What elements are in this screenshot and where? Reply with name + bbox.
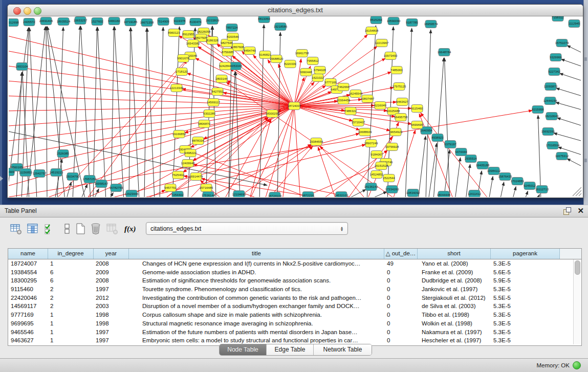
graph-edge[interactable] xyxy=(567,46,581,52)
table-cell[interactable]: Estimation of the future numbers of pati… xyxy=(129,328,384,337)
table-cell[interactable]: 1998 xyxy=(94,319,129,328)
column-header-name[interactable]: name xyxy=(8,249,48,259)
graph-node[interactable]: 3315909 xyxy=(9,168,15,176)
graph-node[interactable]: 15716485 xyxy=(200,184,213,192)
graph-node[interactable]: 7955812 xyxy=(307,57,319,65)
graph-node[interactable]: 20691406 xyxy=(39,17,53,25)
graph-node[interactable]: 12213967 xyxy=(375,39,389,47)
graph-edge[interactable] xyxy=(500,182,504,197)
splitpane-collapse-arrow-icon[interactable] xyxy=(0,176,3,181)
table-cell[interactable]: 0 xyxy=(384,285,418,294)
table-cell[interactable]: 14569117 xyxy=(8,302,48,311)
table-cell[interactable]: Structural magnetic resonance image aver… xyxy=(129,319,384,328)
table-cell[interactable]: 0 xyxy=(384,276,418,285)
splitpane-divider[interactable] xyxy=(583,0,588,205)
graph-edge[interactable] xyxy=(203,106,294,139)
graph-edge[interactable] xyxy=(98,27,106,197)
tab-network-table[interactable]: Network Table xyxy=(314,344,372,355)
graph-node[interactable]: 17536144 xyxy=(202,192,215,198)
table-cell[interactable]: 1 xyxy=(48,328,94,337)
table-cell[interactable]: 49 xyxy=(384,259,418,268)
table-row[interactable]: 969969511998Structural magnetic resonanc… xyxy=(8,319,581,328)
new-table-icon[interactable] xyxy=(74,223,86,235)
table-row[interactable]: 946554611997Estimation of the future num… xyxy=(8,328,581,337)
table-cell[interactable]: de Silva et al. (2003) xyxy=(418,302,491,311)
table-cell[interactable]: Wolkin et al. (1998) xyxy=(418,319,491,328)
table-cell[interactable]: 5.3E-5 xyxy=(491,336,560,345)
table-cell[interactable]: Stergiakouli et al. (2012) xyxy=(418,294,491,302)
table-cell[interactable]: 1 xyxy=(48,259,94,268)
graph-node[interactable]: 2718120 xyxy=(176,68,188,76)
graph-edge[interactable] xyxy=(9,106,294,111)
graph-node[interactable]: 7462666 xyxy=(337,83,350,91)
table-cell[interactable]: 18300295 xyxy=(8,276,48,285)
table-cell[interactable]: 5.3E-5 xyxy=(491,302,560,311)
table-cell[interactable]: Franke et al. (2009) xyxy=(418,268,491,277)
graph-node[interactable]: 14532103 xyxy=(335,192,349,198)
graph-node[interactable]: 16112713 xyxy=(535,186,549,193)
graph-edge[interactable] xyxy=(560,73,581,80)
table-row[interactable]: 2242004622012Investigating the contribut… xyxy=(8,294,581,302)
graph-edge[interactable] xyxy=(267,146,313,197)
select-columns-icon[interactable] xyxy=(43,223,56,235)
graph-node[interactable]: 8186328 xyxy=(206,37,219,45)
graph-node[interactable]: 8878334 xyxy=(192,137,204,145)
table-cell[interactable]: Investigating the contribution of common… xyxy=(129,294,384,302)
graph-node[interactable]: 9187785 xyxy=(406,19,418,27)
delete-table-icon[interactable] xyxy=(90,223,102,235)
graph-node[interactable]: 17334260 xyxy=(385,186,399,193)
table-cell[interactable]: Estimation of significance thresholds fo… xyxy=(129,276,384,285)
scrollbar-thumb[interactable] xyxy=(575,260,580,275)
graph-node[interactable]: 18300295 xyxy=(266,110,279,118)
graph-edge[interactable] xyxy=(147,28,155,197)
graph-node[interactable]: 16033809 xyxy=(206,17,220,25)
graph-node[interactable]: 7485063 xyxy=(390,67,403,74)
table-cell[interactable]: 5.3E-5 xyxy=(491,285,560,294)
table-vertical-scrollbar[interactable] xyxy=(573,259,581,344)
graph-edge[interactable] xyxy=(405,28,412,197)
graph-node[interactable]: 17024881 xyxy=(511,178,525,185)
graph-node[interactable]: 16154808 xyxy=(365,27,379,35)
graph-node[interactable]: 12104690 xyxy=(232,191,246,198)
graph-node[interactable]: 9990448 xyxy=(300,69,312,76)
graph-node[interactable]: 8130474 xyxy=(189,18,202,26)
graph-node[interactable]: 9242844 xyxy=(219,62,231,70)
graph-node[interactable]: 8756685 xyxy=(222,49,234,56)
graph-node[interactable]: 19756928 xyxy=(385,143,399,151)
table-cell[interactable]: 9463627 xyxy=(8,336,48,345)
graph-edge[interactable] xyxy=(512,187,516,197)
graph-edge[interactable] xyxy=(367,192,387,198)
table-cell[interactable]: Jankovic et al. (1997) xyxy=(418,285,491,294)
table-cell[interactable]: Nakamura et al. (1997) xyxy=(418,328,491,337)
graph-node[interactable]: 8215958 xyxy=(532,106,544,114)
graph-node[interactable]: 2522544 xyxy=(383,174,395,182)
graph-edge[interactable] xyxy=(234,145,312,197)
function-builder-icon[interactable]: f(x) xyxy=(124,225,137,237)
graph-node[interactable]: 8012698 xyxy=(9,19,19,27)
graph-node[interactable]: 9184067 xyxy=(371,151,383,159)
graph-node[interactable]: 2935514 xyxy=(465,155,477,163)
graph-node[interactable]: 9498222 xyxy=(184,149,197,157)
graph-edge[interactable] xyxy=(567,159,581,166)
table-cell[interactable]: 19384554 xyxy=(8,268,48,277)
graph-node[interactable]: 18907249 xyxy=(364,140,378,147)
graph-node[interactable]: 19384554 xyxy=(310,138,323,146)
graph-edge[interactable] xyxy=(538,115,541,197)
graph-node[interactable]: 6302285 xyxy=(203,110,215,118)
network-view[interactable]: 8012698240557220691406189355241065325715… xyxy=(9,16,582,197)
graph-node[interactable]: 7158312 xyxy=(552,16,564,21)
table-cell[interactable]: 5.3E-5 xyxy=(491,319,560,328)
table-cell[interactable]: 2008 xyxy=(94,276,129,285)
graph-node[interactable]: 9227342 xyxy=(548,68,560,76)
graph-node[interactable]: 1621022 xyxy=(312,74,324,82)
graph-node[interactable]: 9329966 xyxy=(550,54,562,61)
table-cell[interactable]: 1998 xyxy=(94,311,129,319)
graph-node[interactable]: 8427552 xyxy=(211,88,224,96)
graph-node[interactable]: 14524851 xyxy=(370,171,384,179)
graph-node[interactable]: 20364456 xyxy=(337,97,351,104)
graph-edge[interactable] xyxy=(9,111,532,197)
graph-node[interactable]: 7254402 xyxy=(171,191,184,198)
table-settings-icon[interactable] xyxy=(10,223,22,235)
graph-edge[interactable] xyxy=(556,102,581,110)
graph-node[interactable]: 16914479 xyxy=(189,173,203,181)
